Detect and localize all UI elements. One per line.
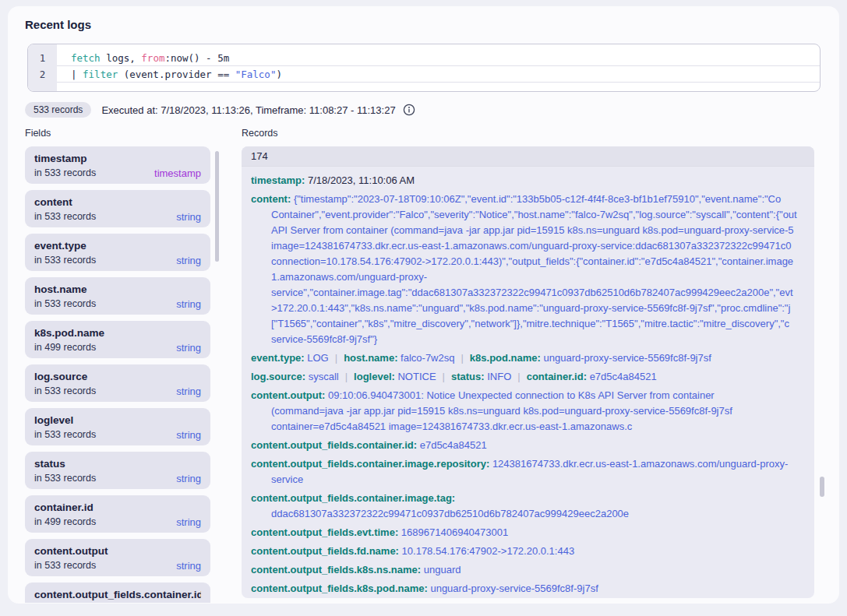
query-token: fetch — [71, 52, 101, 64]
fields-panel-label: Fields — [25, 127, 223, 139]
field-name: k8s.pod.name — [34, 326, 201, 340]
record-key: container.id: — [527, 371, 587, 382]
record-line: content.output_fields.k8s.pod.name: ungu… — [251, 581, 805, 597]
record-row: content.output_fields.k8s.ns.name: ungua… — [251, 562, 805, 578]
field-card-content[interactable]: contentin 533 recordsstring — [25, 190, 210, 227]
executed-timeframe-text: Executed at: 7/18/2023, 11:13:26, Timefr… — [101, 104, 395, 116]
line-number: 2 — [28, 66, 57, 83]
record-value-continuation: service","container.image.tag":"ddac6813… — [251, 285, 805, 301]
record-value: {"timestamp":"2023-07-18T09:10:06Z","eve… — [294, 193, 781, 205]
record-value: 1689671406940473001 — [401, 526, 508, 538]
query-token: filter — [83, 69, 118, 80]
record-key: content.output_fields.container.image.ta… — [251, 492, 455, 504]
record-value-continuation: (command=java -jar app.jar pid=15915 k8s… — [251, 403, 805, 419]
field-card-subrow: in 533 recordsstring — [34, 255, 201, 266]
field-record-count: in 533 records — [34, 560, 96, 572]
record-key: k8s.pod.name: — [470, 352, 541, 364]
record-value-continuation: Container","event.provider":"Falco","sev… — [251, 207, 805, 223]
field-type-label: string — [176, 429, 201, 441]
record-key: log.source: — [251, 371, 305, 382]
record-row: timestamp: 7/18/2023, 11:10:06 AM — [251, 173, 805, 188]
records-panel: Records 174 timestamp: 7/18/2023, 11:10:… — [242, 127, 830, 603]
record-value: e7d5c4a84521 — [590, 371, 657, 382]
record-value: INFO — [487, 371, 511, 382]
record-value-continuation: API Server from container (command=java … — [251, 223, 805, 238]
field-name: content — [34, 195, 201, 209]
field-card-k8s.pod.name[interactable]: k8s.pod.namein 499 recordsstring — [25, 321, 210, 358]
record-value: falco-7w2sq — [401, 352, 454, 364]
record-row: content: {"timestamp":"2023-07-18T09:10:… — [251, 192, 805, 347]
record-value: syscall — [309, 371, 339, 382]
field-card-timestamp[interactable]: timestampin 533 recordstimestamp — [25, 146, 210, 184]
field-card-event.type[interactable]: event.typein 533 recordsstring — [25, 234, 210, 271]
field-name: loglevel — [34, 413, 201, 428]
field-card-content.output_fields.container.id[interactable]: content.output_fields.container.idin 533… — [25, 583, 210, 603]
field-card-subrow: in 533 recordsstring — [34, 473, 201, 484]
pair-separator: | — [511, 371, 526, 382]
record-value: 7/18/2023, 11:10:06 AM — [308, 174, 415, 186]
field-type-label: string — [176, 560, 201, 572]
record-value-continuation: image=124381674733.dkr.ecr.us-east-1.ama… — [251, 238, 805, 254]
field-name: host.name — [34, 282, 201, 297]
field-card-content.output[interactable]: content.outputin 533 recordsstring — [25, 539, 210, 576]
query-editor[interactable]: 12 fetch logs, from:now() - 5m| filter (… — [27, 44, 821, 92]
query-line: | filter (event.provider == "Falco") — [57, 66, 820, 83]
query-code[interactable]: fetch logs, from:now() - 5m| filter (eve… — [57, 44, 820, 91]
record-row: content.output_fields.container.image.re… — [251, 456, 805, 488]
record-row: log.source: syscall|loglevel: NOTICE|sta… — [251, 369, 805, 385]
record-key: host.name: — [344, 352, 397, 364]
record-body: timestamp: 7/18/2023, 11:10:06 AMcontent… — [242, 167, 814, 597]
record-key: content.output_fields.k8s.ns.name: — [251, 564, 421, 576]
field-record-count: in 499 records — [34, 516, 96, 528]
query-token: | — [71, 69, 83, 80]
field-type-label: string — [176, 516, 201, 528]
record-row: content.output_fields.evt.time: 16896714… — [251, 525, 805, 540]
field-card-loglevel[interactable]: loglevelin 533 recordsstring — [25, 408, 210, 445]
field-type-label: string — [176, 255, 201, 266]
query-token: ) — [276, 69, 282, 80]
pair-separator: | — [436, 371, 451, 382]
field-type-label: string — [176, 342, 201, 354]
field-name: container.id — [34, 500, 201, 515]
query-status-row: 533 records Executed at: 7/18/2023, 11:1… — [25, 102, 830, 118]
field-name: content.output_fields.container.id — [34, 587, 201, 602]
record-value-continuation: service-5569fc8f-9j7sf"} — [251, 332, 805, 347]
field-card-subrow: in 533 recordsstring — [34, 429, 201, 441]
field-card-subrow: in 533 recordsstring — [34, 385, 201, 397]
record-row: content.output: 09:10:06.940473001: Noti… — [251, 388, 805, 435]
field-card-log.source[interactable]: log.sourcein 533 recordsstring — [25, 364, 210, 402]
record-key: event.type: — [251, 352, 305, 364]
field-type-label: string — [176, 385, 201, 397]
info-icon[interactable] — [403, 104, 415, 116]
record-line: content.output_fields.container.image.re… — [251, 456, 805, 472]
fields-panel: Fields timestampin 533 recordstimestampc… — [25, 127, 223, 603]
record-line: content: {"timestamp":"2023-07-18T09:10:… — [251, 192, 805, 207]
field-card-subrow: in 499 recordsstring — [34, 342, 201, 354]
record-key: loglevel: — [354, 371, 395, 382]
query-token: (event.provider == — [118, 69, 235, 80]
field-name: content.output — [34, 544, 201, 558]
fields-scrollbar[interactable] — [215, 151, 219, 262]
record-value-continuation: 1.amazonaws.com/unguard-proxy- — [251, 269, 805, 285]
page: Recent logs 12 fetch logs, from:now() - … — [0, 0, 847, 616]
record-key: content.output: — [251, 389, 325, 401]
records-scrollbar[interactable] — [820, 477, 824, 497]
query-token: "Falco" — [235, 69, 277, 80]
field-card-container.id[interactable]: container.idin 499 recordsstring — [25, 495, 210, 533]
field-card-subrow: in 533 recordstimestamp — [34, 167, 201, 179]
record-header[interactable]: 174 — [242, 146, 814, 167]
record-value-continuation: container=e7d5c4a84521 image=12438167473… — [251, 419, 805, 435]
record-value: unguard-proxy-service-5569fc8f-9j7sf — [544, 352, 711, 364]
record-key: content.output_fields.container.image.re… — [251, 458, 489, 470]
record-key: content.output_fields.fd.name: — [251, 545, 399, 557]
field-card-subrow: in 533 recordsstring — [34, 211, 201, 223]
query-token: from — [141, 52, 164, 64]
recent-logs-card: Recent logs 12 fetch logs, from:now() - … — [8, 6, 839, 604]
query-token: logs, — [101, 52, 142, 64]
record-value: unguard-proxy-service-5569fc8f-9j7sf — [430, 583, 598, 594]
record-key: status: — [451, 371, 485, 382]
field-card-host.name[interactable]: host.namein 533 recordsstring — [25, 277, 210, 315]
field-card-subrow: in 499 recordsstring — [34, 516, 201, 528]
record-key: content.output_fields.container.id: — [251, 439, 417, 451]
field-card-status[interactable]: statusin 533 recordsstring — [25, 452, 210, 489]
